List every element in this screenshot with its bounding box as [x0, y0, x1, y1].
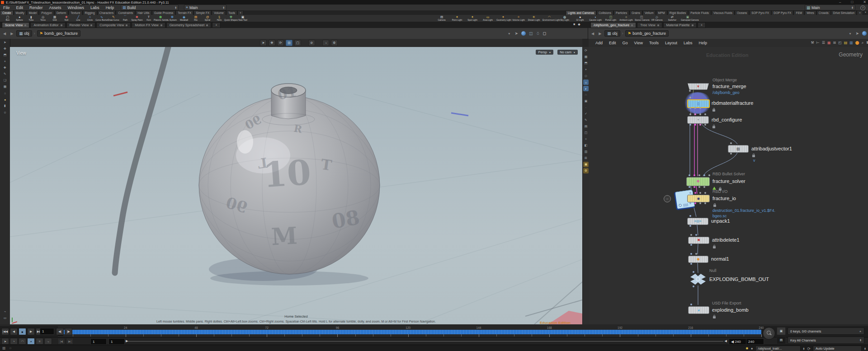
- character-tool-icon[interactable]: ☺: [2, 109, 8, 115]
- menu-help[interactable]: Help: [103, 5, 118, 10]
- input-connector[interactable]: [689, 174, 690, 176]
- net-list-icon[interactable]: ☰: [822, 41, 825, 45]
- follow-playhead-icon[interactable]: ➤: [1, 338, 9, 345]
- tab-close-icon[interactable]: [692, 24, 693, 26]
- output-connector[interactable]: [693, 186, 695, 188]
- output-connector[interactable]: [698, 186, 700, 188]
- panel-icon[interactable]: ◻: [543, 31, 546, 36]
- timeline-ruler[interactable]: 24487296120144168192216240 1: [58, 326, 761, 337]
- shelf-tool-portal-light[interactable]: ◫Portal Light: [604, 15, 618, 21]
- output-connector[interactable]: [689, 90, 691, 92]
- net-sticky-note-icon[interactable]: ▤: [844, 41, 848, 45]
- shelf-tab-constraints[interactable]: Constraints: [116, 10, 135, 15]
- node-normal1[interactable]: ◆: [688, 256, 708, 263]
- sim-cache-icon[interactable]: ⌗: [36, 338, 43, 345]
- output-connector[interactable]: [704, 202, 706, 204]
- pane-tab-animation-editor[interactable]: Animation Editor: [30, 22, 65, 28]
- shelf-tool-camera[interactable]: ▤Camera: [435, 15, 448, 21]
- shelf-tool-point-light[interactable]: ✦Point Light: [450, 15, 464, 21]
- tab-close-icon[interactable]: [206, 24, 208, 26]
- menu-assets[interactable]: Assets: [46, 5, 65, 10]
- shelf-tab-texture[interactable]: Texture: [68, 10, 82, 15]
- texture-icon[interactable]: ▤: [583, 124, 589, 129]
- spinner-icon[interactable]: ▲▼: [851, 6, 854, 9]
- help-icon[interactable]: ?: [860, 5, 865, 10]
- shelf-tool-spot-light[interactable]: ✦Spot Light: [466, 15, 479, 21]
- network-editor[interactable]: Education Edition Geometry ▼Object Merge…: [589, 47, 868, 324]
- output-connector[interactable]: [699, 202, 701, 204]
- jump-start-button[interactable]: |◀◀: [1, 328, 9, 335]
- pointer-icon[interactable]: ➤: [2, 40, 8, 45]
- tab-close-icon[interactable]: [90, 24, 92, 26]
- output-connector[interactable]: [690, 263, 692, 265]
- output-connector[interactable]: [703, 186, 705, 188]
- net-menu-edit[interactable]: Edit: [606, 41, 619, 45]
- input-connector[interactable]: [699, 192, 701, 194]
- annotate-icon[interactable]: ✎: [583, 117, 589, 123]
- node-attribdelete1[interactable]: ✖: [688, 237, 709, 244]
- output-connector[interactable]: [699, 124, 701, 126]
- shelf-tab-model[interactable]: Model: [27, 10, 39, 15]
- input-connector[interactable]: [690, 234, 692, 236]
- menu-render[interactable]: Render: [26, 5, 46, 10]
- pane-tab-geometry-spreadsheet[interactable]: Geometry Spreadsheet: [166, 22, 212, 28]
- input-connector[interactable]: [704, 113, 706, 115]
- ghost-prev-icon[interactable]: |◀: [57, 338, 65, 345]
- shelf-tool-environment-light[interactable]: ◠Environment Light: [542, 15, 556, 21]
- input-connector[interactable]: [693, 174, 695, 176]
- half-icon[interactable]: ◧: [583, 143, 589, 148]
- input-connector[interactable]: [689, 215, 691, 217]
- net-grid-view-icon[interactable]: ⊞: [833, 41, 836, 45]
- shelf-tab-oceans[interactable]: Oceans: [735, 10, 749, 15]
- back-arrow-icon[interactable]: ◀: [590, 32, 595, 36]
- viewport-3d[interactable]: View Persp▼ No cam▼ 0190RLT109080M Home …: [10, 47, 582, 324]
- shelf-tab-create[interactable]: Create: [0, 10, 14, 15]
- refresh-icon[interactable]: ⟳: [807, 346, 811, 351]
- prev-key-button[interactable]: ◀|: [56, 328, 64, 335]
- input-connector[interactable]: [693, 271, 694, 273]
- panel-icon[interactable]: ◫: [583, 130, 589, 136]
- output-connector[interactable]: [699, 107, 701, 109]
- input-connector[interactable]: [698, 174, 700, 176]
- wire-icon[interactable]: ▣: [583, 98, 589, 104]
- pane-tab-add[interactable]: +: [698, 22, 706, 28]
- forward-arrow-icon[interactable]: ▶: [597, 32, 603, 36]
- output-connector[interactable]: [704, 124, 706, 126]
- shelf-tool-geometry-light[interactable]: ✦Geometry Light: [496, 15, 510, 21]
- back-arrow-icon[interactable]: ◀: [2, 32, 7, 36]
- rotate-icon[interactable]: ⟳: [277, 40, 284, 46]
- menu-labs[interactable]: Labs: [87, 5, 103, 10]
- normals-icon[interactable]: ✓: [583, 111, 589, 117]
- shelf-tab-grains[interactable]: Grains: [629, 10, 642, 15]
- spinner-icon[interactable]: ▲▼: [864, 347, 866, 350]
- headlight-icon[interactable]: ☼: [583, 80, 589, 85]
- net-ref-icon[interactable]: ◰: [838, 41, 842, 45]
- shelf-tool-switcher[interactable]: ⇄Switcher: [665, 15, 679, 21]
- output-connector[interactable]: [689, 202, 691, 204]
- characters-icon[interactable]: ☃: [536, 31, 539, 36]
- path-root-chip[interactable]: ▦ obj: [604, 30, 620, 37]
- tab-close-icon[interactable]: [126, 24, 127, 26]
- paint-icon[interactable]: ✚: [2, 65, 8, 70]
- points-icon[interactable]: ∴: [583, 92, 589, 98]
- input-connector[interactable]: [730, 142, 732, 144]
- spinner-icon[interactable]: ▲▼: [175, 6, 177, 9]
- locate-icon[interactable]: ⌖: [583, 67, 589, 72]
- pane-maximize-icon[interactable]: ■: [573, 23, 575, 26]
- tab-close-icon[interactable]: [61, 24, 62, 26]
- range-start2-field[interactable]: 1: [108, 338, 125, 345]
- shelf-tab-simple-fx[interactable]: Simple FX: [193, 10, 212, 15]
- input-connector[interactable]: [695, 234, 697, 236]
- pane-tab-add[interactable]: +: [212, 22, 220, 28]
- shelf-tool-stereo-camera[interactable]: ◫Stereo Camera: [635, 15, 648, 21]
- net-menu-layout[interactable]: Layout: [662, 41, 680, 45]
- shelf-tab-hair-utils[interactable]: Hair Utils: [135, 10, 151, 15]
- path-root-chip[interactable]: ▦ obj: [16, 30, 32, 37]
- tab-close-icon[interactable]: [631, 24, 633, 26]
- net-menu-go[interactable]: Go: [619, 41, 631, 45]
- dropdown-arrow-icon[interactable]: ▾: [848, 32, 852, 36]
- layout-selector[interactable]: ⌖ Main ▲▼: [184, 5, 226, 10]
- snapshot-icon[interactable]: [521, 31, 526, 36]
- input-connector[interactable]: [704, 192, 706, 194]
- shelf-tool-vr-camera[interactable]: ◇VR Camera: [650, 15, 664, 21]
